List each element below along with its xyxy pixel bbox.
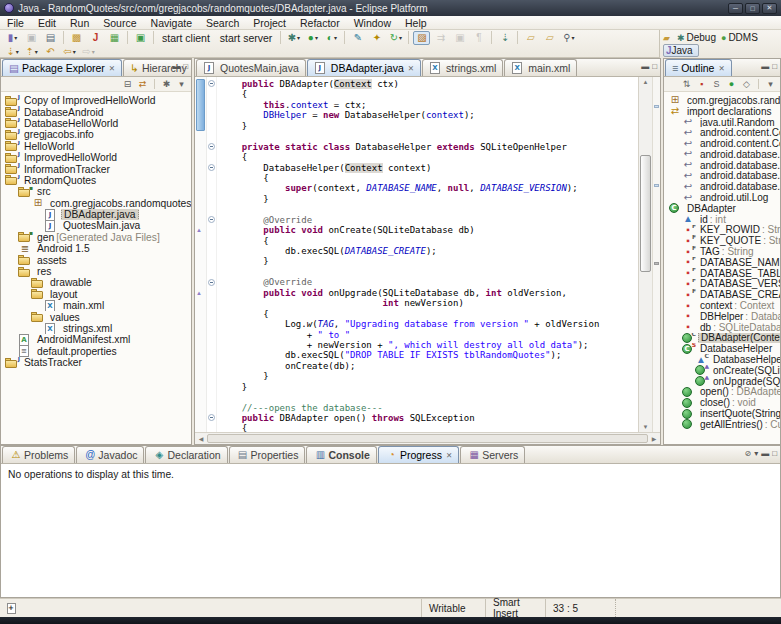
debug-button[interactable]: ✱▾ [285,31,302,45]
tree-item-androidmanifest-xml[interactable]: AAndroidManifest.xml [1,334,191,345]
java-perspective-button[interactable]: JJava [663,44,699,57]
outline-item-java-util-random[interactable]: ↩java.util.Random [664,117,780,128]
editor-tab-strings-xml[interactable]: Xstrings.xml [422,59,503,76]
android-install-button[interactable]: ▣ [132,31,149,45]
show-paragraph-button[interactable]: ¶ [470,31,487,45]
tree-item-informationtracker[interactable]: JInformationTracker [1,163,191,174]
outline-item-database-name[interactable]: ▪FDATABASE_NAME : String [664,257,780,268]
external-tools-button[interactable]: ◐▾ [323,31,340,45]
view-menu-icon[interactable]: ▾ [754,449,758,458]
collapse-icon[interactable] [208,216,215,223]
outline-item-databasehelper[interactable]: CSDatabaseHelper [664,343,780,354]
outline-item-close[interactable]: close() : void [664,397,780,408]
tree-item-randomquotes[interactable]: JRandomQuotes [1,175,191,186]
menu-window[interactable]: Window [347,16,398,29]
tab-problems[interactable]: ⚠Problems [2,446,75,463]
editor-vertical-scrollbar[interactable]: ▲ ▼ [638,77,652,432]
maximize-editor-icon[interactable]: □ [652,62,657,71]
outline-item-id[interactable]: ▲id : int [664,214,780,225]
outline-item-android-util-log[interactable]: ↩android.util.Log [664,192,780,203]
collapse-icon[interactable] [208,143,215,150]
android-sdk-manager-button[interactable]: ▦ [106,31,123,45]
start-client-button[interactable]: start client [157,32,215,44]
scroll-left-icon[interactable]: ◀ [195,433,207,444]
tree-item-com-gregjacobs-randomquotes[interactable]: ⊞com.gregjacobs.randomquotes [1,198,191,209]
collapse-icon[interactable] [208,279,215,286]
sort-button[interactable]: ⇅ [680,78,693,90]
code-area[interactable]: public DBAdapter(Context ctx) { this.con… [217,77,638,432]
outline-item-android-content-contentvalues[interactable]: ↩android.content.ContentValues [664,127,780,138]
overview-ruler[interactable] [652,77,660,432]
tree-item-drawable[interactable]: drawable [1,277,191,288]
new-java-class-button[interactable]: ✎ [349,31,366,45]
junit-button[interactable]: J [87,31,104,45]
collapse-icon[interactable] [208,80,215,87]
tab-properties[interactable]: ▤Properties [229,446,306,463]
close-icon[interactable]: ✕ [718,64,724,73]
tree-item-databasehelloworld[interactable]: JDatabaseHelloWorld [1,118,191,129]
collapse-icon[interactable] [208,164,215,171]
tree-item-android-1-5[interactable]: ≣Android 1.5 [1,243,191,254]
open-resource-button[interactable]: ▱ [541,31,558,45]
minimize-view-icon[interactable]: ▬ [761,449,769,458]
mark-occurrences-toggle[interactable]: ▨ [413,31,430,45]
tree-item-assets[interactable]: assets [1,254,191,265]
menu-refactor[interactable]: Refactor [293,16,347,29]
debug-perspective-button[interactable]: ✱Debug [677,32,716,43]
show-whitespace-button[interactable]: ⇉ [432,31,449,45]
tree-item-quotesmain-java[interactable]: JQuotesMain.java [1,220,191,231]
folding-column[interactable] [207,77,217,432]
tree-item-gen[interactable]: ▪gen [Generated Java Files] [1,232,191,243]
tree-item-default-properties[interactable]: ≡default.properties [1,346,191,357]
filters-button[interactable]: ✱ [160,78,173,90]
tree-item-statstracker[interactable]: JStatsTracker [1,357,191,368]
menu-file[interactable]: File [0,16,31,29]
outline-item-import-declarations[interactable]: ⇄import declarations [664,106,780,117]
menu-project[interactable]: Project [246,16,293,29]
search-button[interactable]: ⚲▾ [560,31,577,45]
menu-navigate[interactable]: Navigate [144,16,199,29]
save-button[interactable]: ▣ [23,31,40,45]
outline-item-key-rowid[interactable]: ▪FKEY_ROWID : String [664,225,780,236]
tree-item-strings-xml[interactable]: Xstrings.xml [1,323,191,334]
outline-item-tag[interactable]: ▪FTAG : String [664,246,780,257]
start-server-button[interactable]: start server [215,32,278,44]
maximize-view-icon[interactable]: □ [772,449,777,458]
tab-progress[interactable]: ◔Progress✕ [378,446,459,463]
hscroll-thumb[interactable] [207,434,648,443]
tab-javadoc[interactable]: @Javadoc [76,446,144,463]
collapse-all-button[interactable]: ⊟ [121,78,134,90]
view-menu-icon[interactable]: ▾ [175,78,188,90]
minimize-editor-icon[interactable]: ▬ [641,62,649,71]
back-button[interactable]: ⇦▾ [61,45,78,59]
open-perspective-button[interactable]: ▰ [663,33,672,43]
outline-item-getallentries[interactable]: getAllEntries() : Cursor [664,419,780,430]
open-type-button[interactable]: ▱ [522,31,539,45]
tree-item-helloworld[interactable]: JHelloWorld [1,141,191,152]
hide-local-types-button[interactable]: ◇ [740,78,753,90]
generate-button[interactable]: ↻▾ [387,31,404,45]
hide-static-button[interactable]: S [710,78,723,90]
outline-item-database-table[interactable]: ▪FDATABASE_TABLE : String [664,268,780,279]
minimize-window-button[interactable]: ─ [728,3,743,14]
editor-horizontal-scrollbar[interactable]: ◀ ▶ [195,432,660,444]
tree-item-copy-of-improvedhelloworld[interactable]: JCopy of ImprovedHelloWorld [1,95,191,106]
maximize-view-icon[interactable]: □ [772,62,777,71]
outline-item-dbadapter[interactable]: CDBAdapter [664,203,780,214]
outline-item-android-database-sqlite-sqlitedatabase[interactable]: ↩android.database.sqlite.SQLiteDatabase [664,171,780,182]
tree-item-layout[interactable]: layout [1,289,191,300]
forward-button[interactable]: ⇨▾ [80,45,97,59]
outline-item-android-content-context[interactable]: ↩android.content.Context [664,138,780,149]
outline-item-android-database-sqlexception[interactable]: ↩android.database.SQLException [664,160,780,171]
outline-item-insertquote-string[interactable]: insertQuote(String) [664,408,780,419]
close-icon[interactable]: ✕ [109,64,115,73]
cancel-operation-icon[interactable]: ⊘ [744,449,751,458]
tree-item-databaseandroid[interactable]: JDatabaseAndroid [1,106,191,117]
collapse-icon[interactable] [208,414,215,421]
outline-item-database-create[interactable]: ▪FDATABASE_CREATE : String [664,289,780,300]
next-annotation-button[interactable]: ⇣▾ [4,45,21,59]
tree-item-values[interactable]: values [1,311,191,322]
view-menu-icon[interactable]: ▾ [764,78,777,90]
maximize-window-button[interactable]: □ [745,3,760,14]
minimize-view-icon[interactable]: ▬ [172,62,180,71]
